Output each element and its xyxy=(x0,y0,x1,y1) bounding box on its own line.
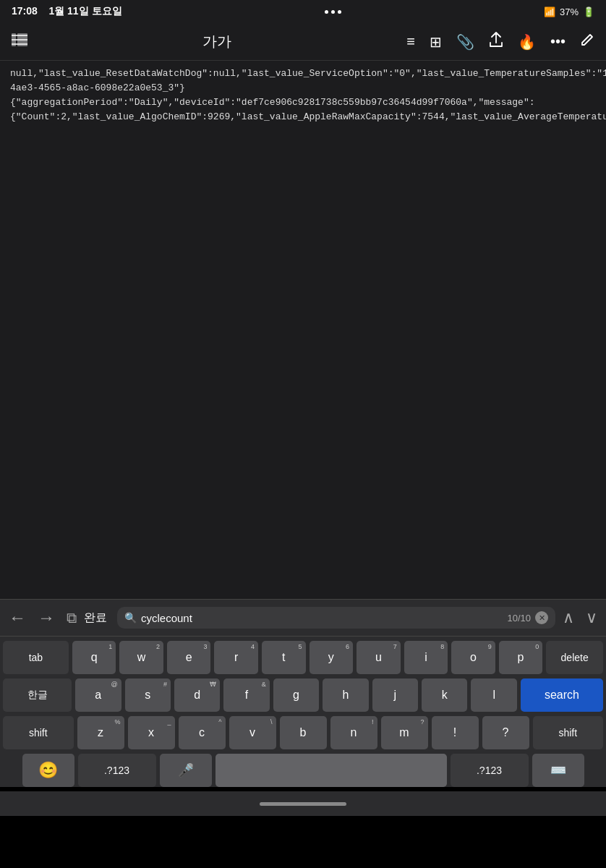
find-bar: ← → ⧉ 완료 🔍 cyclecount 10/10 ✕ ∧ ∨ xyxy=(0,599,606,637)
dot123-right-label: .?123 xyxy=(477,765,502,776)
wifi-icon: 📶 xyxy=(544,7,555,17)
keyboard-row-2: 한글 @a #s ₩d &f g h j k l search xyxy=(0,678,606,712)
tab-label: tab xyxy=(29,652,43,663)
shift-label: shift xyxy=(29,727,48,739)
o-key[interactable]: 9o xyxy=(451,641,495,674)
keyboard-row-1: tab 1q 2w 3e 4r 5t 6y 7u 8i 9o 0p delete xyxy=(0,641,606,674)
keyboard-row-3: shift %z _x ^c \v b !n ?m ! ? shift xyxy=(0,716,606,749)
compose-icon[interactable] xyxy=(580,33,594,51)
toolbar-right: ≡ ⊞ 📎 🔥 ••• xyxy=(406,32,594,51)
q-key[interactable]: 1q xyxy=(72,641,116,674)
v-key[interactable]: \v xyxy=(229,716,276,749)
t-key[interactable]: 5t xyxy=(262,641,306,674)
content-area: null,"last_value_ResetDataWatchDog":null… xyxy=(0,61,606,599)
search-label: search xyxy=(545,689,579,702)
search-key[interactable]: search xyxy=(521,678,603,712)
copy-icon[interactable]: ⧉ xyxy=(67,610,77,626)
tab-key[interactable]: tab xyxy=(3,641,69,674)
delete-key[interactable]: delete xyxy=(546,641,603,674)
korean-label: 한글 xyxy=(27,689,48,702)
toolbar-left xyxy=(12,33,27,50)
find-up-arrow[interactable]: ∧ xyxy=(563,608,574,627)
sidebar-toggle-icon[interactable] xyxy=(12,33,27,50)
find-count: 10/10 xyxy=(507,613,531,624)
list-icon[interactable]: ≡ xyxy=(406,33,415,50)
share-icon[interactable] xyxy=(489,32,503,51)
g-key[interactable]: g xyxy=(273,678,319,712)
w-key[interactable]: 2w xyxy=(119,641,163,674)
back-nav-icon[interactable]: ← xyxy=(9,608,26,628)
status-center-dots xyxy=(325,10,341,14)
more-icon[interactable]: ••• xyxy=(550,33,566,50)
find-down-arrow[interactable]: ∨ xyxy=(586,608,597,627)
h-key[interactable]: h xyxy=(323,678,368,712)
find-input[interactable]: cyclecount xyxy=(141,612,503,624)
k-key[interactable]: k xyxy=(422,678,467,712)
l-key[interactable]: l xyxy=(471,678,516,712)
flame-icon[interactable]: 🔥 xyxy=(518,33,536,51)
mic-key[interactable]: 🎤 xyxy=(160,754,212,787)
c-key[interactable]: ^c xyxy=(179,716,226,749)
s-key[interactable]: #s xyxy=(125,678,171,712)
m-key[interactable]: ?m xyxy=(381,716,428,749)
question-key[interactable]: ? xyxy=(482,716,529,749)
space-key[interactable] xyxy=(215,754,447,787)
find-arrows: ∧ ∨ xyxy=(563,608,597,627)
status-right: 📶 37% 🔋 xyxy=(544,7,594,17)
forward-nav-icon[interactable]: → xyxy=(38,608,55,628)
korean-key[interactable]: 한글 xyxy=(3,678,72,712)
z-key[interactable]: %z xyxy=(77,716,124,749)
done-button[interactable]: 완료 xyxy=(84,610,110,626)
y-key[interactable]: 6y xyxy=(310,641,354,674)
x-key[interactable]: _x xyxy=(128,716,175,749)
delete-label: delete xyxy=(561,652,589,663)
paperclip-icon[interactable]: 📎 xyxy=(456,33,474,51)
n-key[interactable]: !n xyxy=(330,716,377,749)
p-key[interactable]: 0p xyxy=(499,641,543,674)
content-text: null,"last_value_ResetDataWatchDog":null… xyxy=(10,68,606,122)
toolbar-title: 가가 xyxy=(202,32,231,51)
battery-percent: 37% xyxy=(560,7,579,17)
dot123-label: .?123 xyxy=(104,765,129,776)
i-key[interactable]: 8i xyxy=(404,641,448,674)
dot123-right-key[interactable]: .?123 xyxy=(451,754,529,787)
bottom-bar xyxy=(0,791,606,816)
exclaim-key[interactable]: ! xyxy=(432,716,479,749)
toolbar: 가가 ≡ ⊞ 📎 🔥 ••• xyxy=(0,23,606,61)
shift-right-key[interactable]: shift xyxy=(533,716,604,749)
find-input-wrap[interactable]: 🔍 cyclecount 10/10 ✕ xyxy=(117,607,555,629)
e-key[interactable]: 3e xyxy=(167,641,211,674)
find-clear-button[interactable]: ✕ xyxy=(535,611,548,624)
battery-icon: 🔋 xyxy=(583,7,594,17)
r-key[interactable]: 4r xyxy=(214,641,258,674)
u-key[interactable]: 7u xyxy=(357,641,401,674)
f-key[interactable]: &f xyxy=(223,678,269,712)
b-key[interactable]: b xyxy=(280,716,327,749)
keyboard-row-4: 😊 .?123 🎤 .?123 ⌨️ xyxy=(0,754,606,787)
grid-icon[interactable]: ⊞ xyxy=(430,33,442,51)
shift-key[interactable]: shift xyxy=(3,716,74,749)
a-key[interactable]: @a xyxy=(75,678,121,712)
d-key[interactable]: ₩d xyxy=(174,678,220,712)
status-time-date: 17:08 1월 11일 토요일 xyxy=(12,5,122,18)
keyboard: tab 1q 2w 3e 4r 5t 6y 7u 8i 9o 0p delete… xyxy=(0,637,606,787)
dot123-key[interactable]: .?123 xyxy=(78,754,156,787)
j-key[interactable]: j xyxy=(372,678,418,712)
status-bar: 17:08 1월 11일 토요일 📶 37% 🔋 xyxy=(0,0,606,23)
find-search-icon: 🔍 xyxy=(124,612,137,624)
shift-right-label: shift xyxy=(558,727,577,739)
keyboard-icon-key[interactable]: ⌨️ xyxy=(532,754,584,787)
emoji-key[interactable]: 😊 xyxy=(22,754,74,787)
find-nav: ← → ⧉ xyxy=(9,608,77,628)
home-indicator xyxy=(260,802,346,806)
